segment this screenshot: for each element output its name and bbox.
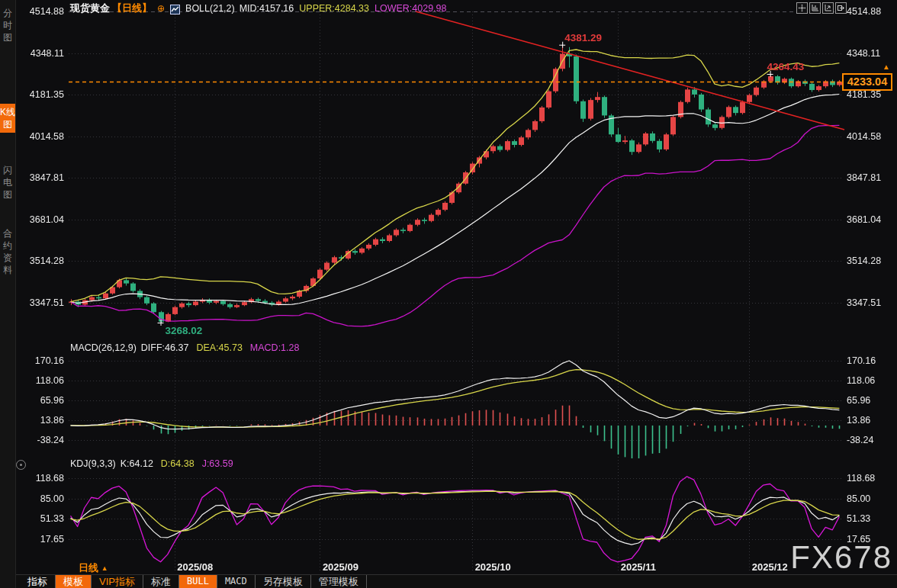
single-pane-icon[interactable] xyxy=(809,2,821,14)
low-price-annotation: 3268.02 xyxy=(166,325,203,336)
price-axis-label-right: 3847.81 xyxy=(847,172,881,183)
boll-lower-value: LOWER:4029.98 xyxy=(375,3,447,14)
price-axis-label-right: 4181.35 xyxy=(847,89,881,100)
tab-indicators[interactable]: 指标 xyxy=(20,575,56,588)
date-axis-label: 2025/09 xyxy=(323,561,358,573)
price-axis-label-left: 3681.04 xyxy=(17,214,64,225)
price-axis-label-right: 4014.58 xyxy=(847,131,881,142)
macd-axis-label-left: 170.16 xyxy=(17,355,64,366)
date-axis-label: 2025/11 xyxy=(621,561,656,573)
macd-axis-label-left: 118.06 xyxy=(17,375,64,386)
kdj-params: KDJ(9,3,3) xyxy=(70,458,116,469)
boll-upper-value: UPPER:4284.33 xyxy=(299,3,369,14)
macd-axis-label-right: 170.16 xyxy=(847,355,876,366)
fx678-watermark: FX678 xyxy=(790,539,892,576)
pane-arrow-icon[interactable] xyxy=(822,2,834,14)
macd-axis-label-right: 118.06 xyxy=(847,375,875,386)
price-axis-label-left: 3847.81 xyxy=(17,172,64,183)
price-alert-arrow-icon[interactable]: ▲ xyxy=(883,63,890,71)
date-axis-label: 2025/12 xyxy=(752,561,788,573)
tab-bull[interactable]: BULL xyxy=(179,575,217,588)
boll-params: BOLL(21,2) xyxy=(185,3,235,14)
kdj-axis-label-right: 118.68 xyxy=(847,473,875,484)
current-price-tag: 4233.04 xyxy=(842,73,892,91)
price-axis-label-right: 4514.88 xyxy=(847,6,881,17)
kdj-axis-label-right: 85.00 xyxy=(847,493,870,504)
sidebar-tab-time-chart[interactable]: 分时图 xyxy=(0,5,15,46)
sidebar-tab-contract-info[interactable]: 合约资料 xyxy=(0,225,15,278)
macd-axis-label-left: 13.86 xyxy=(17,415,64,426)
date-axis-label: 2025/10 xyxy=(475,561,511,573)
sidebar-tab-flash-chart[interactable]: 闪电图 xyxy=(0,162,15,203)
macd-axis-label-right: 65.96 xyxy=(847,395,870,406)
expand-pane-icon[interactable] xyxy=(835,2,847,14)
price-axis-label-left: 3514.28 xyxy=(17,255,64,266)
period-selector[interactable]: 日线 ▲ xyxy=(79,561,108,575)
recent-high-annotation: 4264.43 xyxy=(767,61,805,72)
boll-mid-value: MID:4157.16 xyxy=(240,3,294,14)
layout-icon-group xyxy=(796,2,847,14)
price-axis-label-left: 3347.51 xyxy=(17,297,64,308)
kdj-axis-label-left: 118.68 xyxy=(17,473,64,484)
kdj-axis-label-left: 85.00 xyxy=(17,493,64,504)
kdj-axis-label-right: 51.33 xyxy=(847,513,870,524)
kdj-j-value: J:63.59 xyxy=(202,458,233,469)
panel-toggle-icon[interactable] xyxy=(16,460,26,470)
chart-window: 分时图 K线图 闪电图 合约资料 现货黄金 【日线】 ⊕ BOLL(21,2) … xyxy=(0,0,897,588)
kdj-axis-label-left: 51.33 xyxy=(17,513,64,524)
macd-value: MACD:1.28 xyxy=(250,342,300,353)
period-badge: 【日线】 xyxy=(112,2,152,15)
price-axis-label-left: 4348.11 xyxy=(17,48,64,59)
crosshair-move-icon[interactable] xyxy=(796,2,808,14)
kdj-axis-label-left: 17.65 xyxy=(17,534,64,545)
tab-manage-template[interactable]: 管理模板 xyxy=(311,575,367,588)
circle-plus-icon[interactable]: ⊕ xyxy=(157,3,165,14)
left-sidebar: 分时图 K线图 闪电图 合约资料 xyxy=(0,0,16,588)
price-axis-label-right: 4348.11 xyxy=(847,48,880,59)
high-price-annotation: 4381.29 xyxy=(564,32,602,43)
price-axis-label-left: 4014.58 xyxy=(17,131,64,142)
macd-axis-label-left: -38.24 xyxy=(17,435,64,445)
kdj-d-value: D:64.38 xyxy=(161,458,195,469)
macd-header: MACD(26,12,9) DIFF:46.37 DEA:45.73 MACD:… xyxy=(70,342,299,353)
chart-type-icon[interactable] xyxy=(170,4,180,14)
chart-canvas[interactable] xyxy=(0,0,897,588)
macd-axis-label-right: -38.24 xyxy=(847,435,873,445)
sidebar-tab-kline-chart[interactable]: K线图 xyxy=(0,104,15,133)
tab-macd[interactable]: MACD xyxy=(217,575,256,588)
kdj-k-value: K:64.12 xyxy=(121,458,153,469)
symbol-name: 现货黄金 xyxy=(70,2,110,15)
macd-axis-label-left: 65.96 xyxy=(17,395,64,406)
price-axis-label-left: 4514.88 xyxy=(17,6,64,17)
macd-diff-value: DIFF:46.37 xyxy=(141,342,189,353)
price-axis-label-right: 3514.28 xyxy=(847,255,881,266)
tab-templates[interactable]: 模板 xyxy=(56,575,92,588)
date-axis-label: 2025/08 xyxy=(177,561,213,573)
kdj-header: KDJ(9,3,3) K:64.12 D:64.38 J:63.59 xyxy=(70,458,233,469)
tab-save-template[interactable]: 另存模板 xyxy=(256,575,311,588)
price-axis-label-left: 4181.35 xyxy=(17,89,64,100)
tab-standard[interactable]: 标准 xyxy=(143,575,179,588)
price-axis-label-right: 3681.04 xyxy=(847,214,881,225)
macd-params: MACD(26,12,9) xyxy=(70,342,137,353)
chart-header: 现货黄金 【日线】 ⊕ BOLL(21,2) MID:4157.16 UPPER… xyxy=(70,2,447,14)
tab-vip-indicators[interactable]: VIP指标 xyxy=(92,575,143,588)
bottom-toolbar: 指标 模板 VIP指标 标准 BULL MACD 另存模板 管理模板 xyxy=(15,574,897,588)
macd-axis-label-right: 13.86 xyxy=(847,415,870,426)
macd-dea-value: DEA:45.73 xyxy=(196,342,242,353)
price-axis-label-right: 3347.51 xyxy=(847,297,881,308)
chevron-up-icon: ▲ xyxy=(101,564,108,572)
